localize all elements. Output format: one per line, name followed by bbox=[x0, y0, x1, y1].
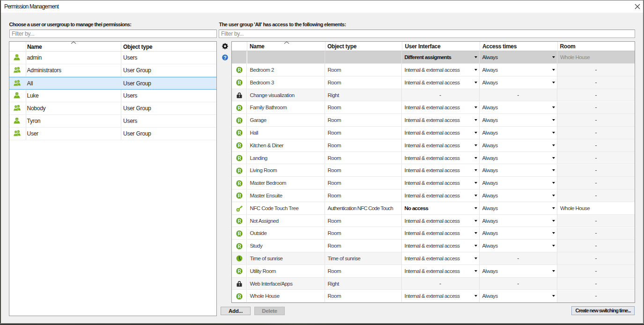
svg-text:R: R bbox=[237, 118, 241, 123]
svg-text:R: R bbox=[237, 143, 241, 148]
svg-text:R: R bbox=[237, 231, 241, 236]
svg-text:R: R bbox=[237, 219, 241, 224]
svg-text:R: R bbox=[237, 168, 241, 174]
svg-text:?: ? bbox=[223, 54, 226, 60]
svg-text:R: R bbox=[237, 269, 241, 274]
svg-text:R: R bbox=[237, 244, 241, 249]
svg-text:R: R bbox=[237, 106, 241, 111]
svg-text:R: R bbox=[237, 181, 241, 186]
svg-text:R: R bbox=[237, 294, 241, 299]
svg-text:R: R bbox=[237, 193, 241, 198]
svg-text:R: R bbox=[237, 68, 241, 73]
svg-text:R: R bbox=[237, 80, 241, 85]
svg-text:R: R bbox=[237, 156, 241, 161]
svg-text:R: R bbox=[237, 130, 241, 136]
